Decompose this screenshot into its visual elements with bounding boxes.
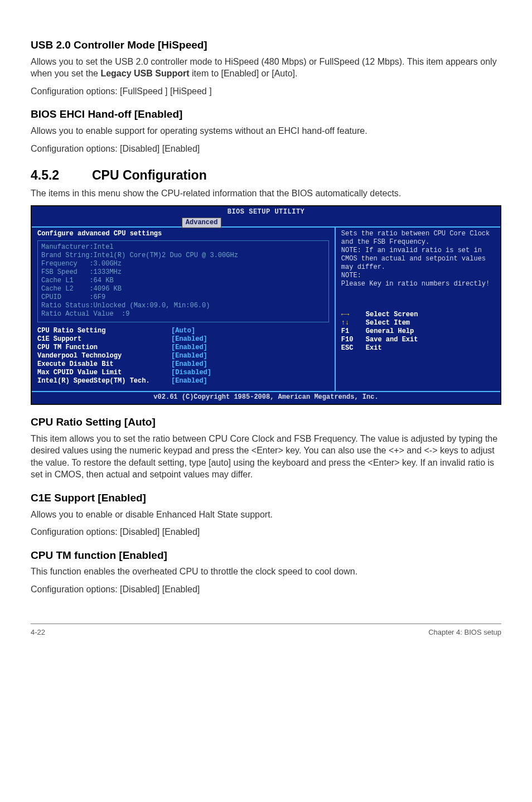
bios-nav-key: ESC [341, 344, 366, 352]
bios-info-line: Manufacturer:Intel [41, 243, 325, 252]
bios-title: BIOS SETUP UTILITY [32, 208, 500, 216]
ehci-heading: BIOS EHCI Hand-off [Enabled] [31, 107, 501, 122]
cputm-heading: CPU TM function [Enabled] [31, 548, 501, 563]
bios-setting-row[interactable]: Intel(R) SpeedStep(TM) Tech.[Enabled] [37, 377, 329, 385]
bios-setting-row[interactable]: Vanderpool Technology[Enabled] [37, 352, 329, 360]
bios-nav-row: ↑↓Select Item [341, 319, 495, 327]
bios-nav-key: ↑↓ [341, 319, 366, 327]
bios-nav-key: F10 [341, 336, 366, 344]
page-number: 4-22 [31, 627, 45, 637]
bios-left-panel: Configure advanced CPU settings Manufact… [32, 228, 336, 391]
cpu-ratio-heading: CPU Ratio Setting [Auto] [31, 415, 501, 429]
bios-setting-value: [Enabled] [171, 352, 207, 360]
bios-info-line: Cache L2 :4096 KB [41, 285, 325, 293]
bios-setting-label: Execute Disable Bit [37, 360, 171, 369]
page-footer: 4-22 Chapter 4: BIOS setup [31, 624, 501, 637]
bios-info-line: FSB Speed :1333MHz [41, 268, 325, 277]
bios-info-line: Frequency :3.00GHz [41, 260, 325, 268]
bios-info-line: Ratio Actual Value :9 [41, 310, 325, 318]
bios-setting-value: [Disabled] [171, 369, 211, 377]
bios-setting-value: [Enabled] [171, 344, 207, 352]
bios-info-line: Ratio Status:Unlocked (Max:09.0, Min:06.… [41, 302, 325, 310]
bios-setting-label: Vanderpool Technology [37, 352, 171, 360]
bios-info-line: Cache L1 :64 KB [41, 277, 325, 285]
bios-setting-value: [Enabled] [171, 377, 207, 385]
usb-desc: Allows you to set the USB 2.0 controller… [31, 56, 501, 80]
bios-nav-row: F10Save and Exit [341, 336, 495, 344]
bios-setting-value: [Enabled] [171, 335, 207, 344]
bios-tab-advanced[interactable]: Advanced [182, 218, 222, 228]
bios-settings-list: CPU Ratio Setting[Auto]C1E Support[Enabl… [37, 327, 329, 385]
bios-nav-row: ESCExit [341, 344, 495, 352]
bios-setting-row[interactable]: CPU TM Function[Enabled] [37, 344, 329, 352]
c1e-desc: Allows you to enable or disable Enhanced… [31, 509, 501, 521]
bios-header: BIOS SETUP UTILITY Advanced [32, 206, 500, 226]
bios-setting-row[interactable]: Max CPUID Value Limit[Disabled] [37, 369, 329, 377]
bios-nav-block: ←→Select Screen↑↓Select ItemF1General He… [341, 311, 495, 352]
bios-setting-label: Intel(R) SpeedStep(TM) Tech. [37, 377, 171, 385]
chapter-label: Chapter 4: BIOS setup [428, 627, 501, 637]
bios-info-line: Brand String:Intel(R) Core(TM)2 Duo CPU … [41, 252, 325, 260]
bios-setting-label: C1E Support [37, 335, 171, 344]
usb-desc-bold: Legacy USB Support [100, 69, 189, 78]
section-title: CPU Configuration [92, 168, 207, 182]
bios-setting-value: [Enabled] [171, 360, 207, 369]
cpu-config-intro: The items in this menu show the CPU-rela… [31, 187, 501, 200]
bios-left-heading: Configure advanced CPU settings [37, 230, 329, 238]
cputm-config-options: Configuration options: [Disabled] [Enabl… [31, 583, 501, 596]
c1e-config-options: Configuration options: [Disabled] [Enabl… [31, 526, 501, 538]
usb-desc-c: item to [Enabled] or [Auto]. [190, 69, 298, 78]
bios-setting-label: CPU TM Function [37, 344, 171, 352]
bios-nav-desc: General Help [366, 327, 414, 336]
bios-help-text: Sets the ratio between CPU Core Clock an… [341, 230, 495, 288]
bios-nav-desc: Select Screen [366, 311, 418, 319]
bios-setting-label: CPU Ratio Setting [37, 327, 171, 335]
bios-nav-row: F1General Help [341, 327, 495, 336]
bios-nav-desc: Select Item [366, 319, 410, 327]
c1e-heading: C1E Support [Enabled] [31, 491, 501, 505]
bios-nav-key: F1 [341, 327, 366, 336]
bios-cpu-info-box: Manufacturer:IntelBrand String:Intel(R) … [37, 240, 329, 322]
bios-setting-row[interactable]: CPU Ratio Setting[Auto] [37, 327, 329, 335]
section-4-5-2-heading: 4.5.2CPU Configuration [31, 167, 501, 184]
bios-nav-desc: Save and Exit [366, 336, 418, 344]
bios-screenshot: BIOS SETUP UTILITY Advanced Configure ad… [31, 205, 501, 405]
usb-heading: USB 2.0 Controller Mode [HiSpeed] [31, 38, 501, 52]
bios-setting-value: [Auto] [171, 327, 195, 335]
bios-right-panel: Sets the ratio between CPU Core Clock an… [336, 228, 500, 391]
bios-setting-row[interactable]: C1E Support[Enabled] [37, 335, 329, 344]
bios-nav-key: ←→ [341, 311, 366, 319]
bios-footer: v02.61 (C)Copyright 1985-2008, American … [32, 391, 500, 404]
bios-nav-desc: Exit [366, 344, 382, 352]
cpu-ratio-desc: This item allows you to set the ratio be… [31, 433, 501, 481]
bios-setting-row[interactable]: Execute Disable Bit[Enabled] [37, 360, 329, 369]
usb-config-options: Configuration options: [FullSpeed ] [HiS… [31, 85, 501, 98]
bios-setting-label: Max CPUID Value Limit [37, 369, 171, 377]
bios-info-line: CPUID :6F9 [41, 293, 325, 302]
bios-nav-row: ←→Select Screen [341, 311, 495, 319]
cputm-desc: This function enables the overheated CPU… [31, 566, 501, 578]
ehci-desc: Allows you to enable support for operati… [31, 125, 501, 137]
section-number: 4.5.2 [31, 167, 92, 184]
ehci-config-options: Configuration options: [Disabled] [Enabl… [31, 143, 501, 155]
